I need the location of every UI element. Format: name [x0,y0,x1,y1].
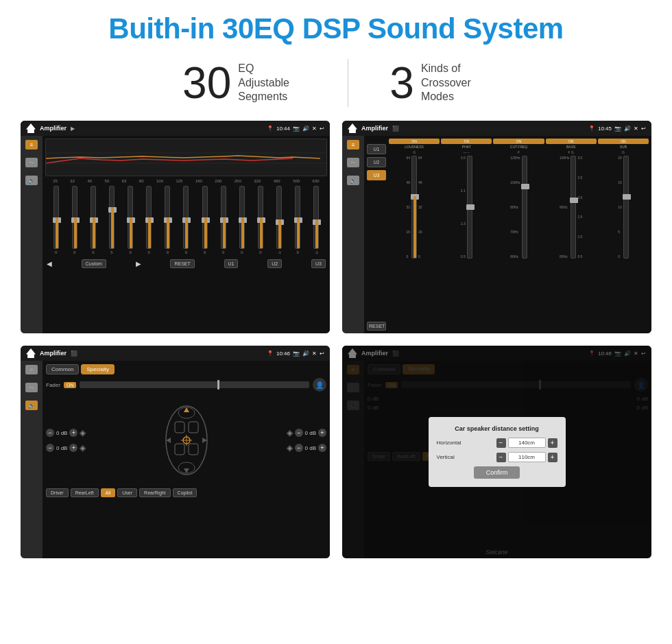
eq-track-7[interactable] [183,186,189,249]
eq-icon[interactable]: ≡ [25,140,38,150]
eq-track-13[interactable] [295,186,300,249]
left-top-plus[interactable]: + [69,429,77,437]
eq-track-2[interactable] [91,186,96,249]
eq-sliders: 0 0 [45,186,327,254]
sub-track[interactable] [623,156,629,259]
eq-slider-8: 0 [202,186,208,254]
stat-eq-number: 30 [182,61,231,105]
ch-sub: ON SUB [598,139,649,149]
eq-track-4[interactable] [128,186,133,249]
speaker-icon-2[interactable]: 🔈 [347,176,359,185]
horizontal-plus[interactable]: + [548,438,557,448]
close-icon-3: ✕ [312,350,317,357]
eq-track-9[interactable] [221,186,226,249]
next-button[interactable]: ▶ [136,260,141,267]
eq-fill-4 [130,217,132,248]
bass-track[interactable] [571,156,576,259]
loudness-toggle[interactable]: ON [389,139,440,144]
seat-buttons: Driver RearLeft All User RearRight Copil… [46,485,326,499]
horizontal-minus[interactable]: − [496,438,506,448]
home-icon-3[interactable] [26,348,36,358]
eq-track-6[interactable] [165,186,170,249]
cutfreq-toggle[interactable]: ON [493,139,544,144]
right-bottom-plus[interactable]: + [318,444,326,452]
horizontal-value[interactable]: 140cm [508,438,546,448]
u3-button[interactable]: U3 [311,259,326,268]
all-seat[interactable]: All [101,488,116,497]
vertical-minus[interactable]: − [496,453,506,462]
eq-val-4: 0 [129,250,131,254]
sub-toggle[interactable]: ON [598,139,649,144]
wave-icon[interactable]: 〜 [25,158,38,167]
home-icon-2[interactable] [348,123,357,133]
crossover-reset[interactable]: RESET [367,322,386,331]
fader-user-icon[interactable]: 👤 [313,378,326,392]
eq-track-12[interactable] [276,186,282,249]
eq-icon-2[interactable]: ≡ [347,140,359,150]
vertical-plus[interactable]: + [548,453,557,462]
eq-track-0[interactable] [53,186,59,249]
eq-val-1: 0 [73,250,75,254]
phat-label: PHAT [441,145,492,149]
rearright-seat[interactable]: RearRight [139,488,171,497]
eq-fill-3 [111,207,114,248]
eq-track-11[interactable] [258,186,263,249]
left-top-minus[interactable]: − [46,429,54,437]
eq-track-10[interactable] [239,186,245,249]
eq-track-5[interactable] [146,186,152,249]
right-top-control: ◈ − 0 dB + [287,428,326,438]
confirm-button[interactable]: Confirm [474,466,520,479]
fader-toggle[interactable]: ON [64,382,77,388]
u1-preset[interactable]: U1 [367,144,386,154]
eq-track-1[interactable] [72,186,77,249]
prev-button[interactable]: ◀ [47,260,52,267]
eq-track-3[interactable] [109,186,115,249]
loudness-label: LOUDNESS [389,145,440,149]
eq-track-14[interactable] [313,186,319,249]
left-bottom-minus[interactable]: − [46,444,54,452]
speaker-icon-3[interactable]: 🔈 [25,401,38,410]
copilot-seat[interactable]: Copilot [173,488,197,497]
rearleft-seat[interactable]: RearLeft [71,488,99,497]
right-top-plus[interactable]: + [318,429,326,437]
u2-preset[interactable]: U2 [367,157,386,167]
eq-chart-svg [46,139,326,176]
custom-preset[interactable]: Custom [82,259,106,268]
u1-button[interactable]: U1 [224,259,239,268]
user-seat[interactable]: User [117,488,137,497]
status-right-3: 📍 10:46 📷 🔊 ✕ ↩ [267,350,324,357]
u2-button[interactable]: U2 [267,259,282,268]
right-bottom-minus[interactable]: − [295,444,303,452]
right-top-minus[interactable]: − [295,429,303,437]
eq-icon-3[interactable]: ≡ [25,365,38,374]
eq-fill-11 [260,217,263,248]
status-right-2: 📍 10:45 📷 🔊 ✕ ↩ [588,126,646,132]
channel-toggles: ON LOUDNESS ON PHAT ON CUT FREQ [389,139,649,149]
bass-scale2: 3.0 2.5 2.0 1.5 1.0 0.5 [577,156,582,259]
vertical-value[interactable]: 110cm [508,452,546,462]
reset-button[interactable]: RESET [170,259,194,268]
eq-fill-9 [223,217,226,248]
fader-slider[interactable] [80,381,309,388]
wave-icon-2[interactable]: 〜 [347,158,359,167]
speaker-icon[interactable]: 🔈 [25,176,38,185]
driver-seat[interactable]: Driver [46,488,69,497]
loudness-track[interactable] [411,156,417,259]
bass-toggle[interactable]: ON [546,139,597,144]
ch-cutfreq: ON CUT FREQ [493,139,544,149]
cutfreq-track[interactable] [522,156,527,259]
u3-preset[interactable]: U3 [367,170,386,180]
speaker-layout: − 0 dB + ◈ − 0 dB + ◈ [46,396,326,485]
left-bottom-plus[interactable]: + [69,444,77,452]
eq-track-8[interactable] [202,186,208,249]
fader-row: Fader ON 👤 [46,378,326,392]
specialty-tab[interactable]: Specialty [81,364,114,374]
home-icon-1[interactable] [26,123,36,133]
sub-label: SUB [598,145,649,149]
phat-toggle[interactable]: ON [441,139,492,144]
eq-slider-12: -1 [276,186,282,254]
wave-icon-3[interactable]: 〜 [25,383,38,392]
phat-track[interactable] [467,156,472,259]
stat-eq: 30 EQ AdjustableSegments [182,61,307,105]
common-tab[interactable]: Common [46,364,79,374]
